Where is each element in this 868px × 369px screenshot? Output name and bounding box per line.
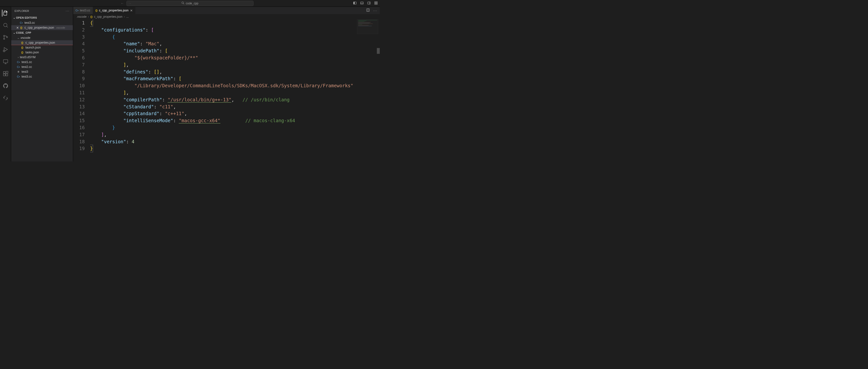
editor-area: C•test3.cc{}c_cpp_properties.json✕ ··· .…	[73, 7, 380, 162]
file-item[interactable]: ≡test3	[11, 69, 73, 74]
open-editor-item[interactable]: C•test3.cc	[11, 20, 73, 25]
cpp-icon: C•	[20, 21, 23, 24]
editor-tab[interactable]: C•test3.cc	[73, 7, 93, 14]
svg-point-0	[182, 2, 184, 4]
minimap[interactable]	[357, 20, 378, 34]
tab-bar: C•test3.cc{}c_cpp_properties.json✕ ···	[73, 7, 380, 14]
line-number: 12	[73, 96, 85, 103]
line-number-gutter: 12345678910111213141516171819	[73, 20, 90, 162]
file-path: .vscode	[56, 26, 65, 29]
folder-item[interactable]: ›test3.dSYM	[11, 55, 73, 60]
explorer-icon[interactable]	[2, 10, 9, 17]
live-share-icon[interactable]	[2, 94, 9, 101]
json-icon: {}	[90, 15, 93, 18]
item-name: .vscode	[20, 36, 30, 39]
file-item[interactable]: {}launch.json	[11, 45, 73, 50]
line-number: 2	[73, 26, 85, 33]
remote-explorer-icon[interactable]	[2, 58, 9, 65]
split-editor-icon[interactable]	[366, 8, 370, 12]
command-center[interactable]: code_cpp	[126, 1, 254, 6]
line-number: 1	[73, 20, 85, 26]
item-name: test3	[22, 70, 28, 74]
item-name: test1.cc	[22, 60, 32, 64]
run-debug-icon[interactable]	[2, 46, 9, 53]
open-editors-section[interactable]: ⌄ OPEN EDITORS	[11, 15, 73, 20]
scrollbar-thumb[interactable]	[377, 48, 380, 54]
code-line[interactable]: "version": 4	[90, 138, 380, 145]
layout-panel-icon[interactable]	[360, 1, 364, 6]
svg-rect-22	[3, 60, 8, 63]
file-icon: ≡	[17, 70, 20, 74]
file-item[interactable]: C•test1.cc	[11, 60, 73, 64]
code-line[interactable]: "${workspaceFolder}/**"	[90, 54, 380, 61]
code-line[interactable]: ],	[90, 89, 380, 96]
item-name: test2.cc	[22, 65, 32, 68]
code-line[interactable]: "cppStandard": "c++11",	[90, 110, 380, 117]
breadcrumbs[interactable]: .vscode › {} c_cpp_properties.json › ...	[73, 14, 380, 20]
breadcrumb-item[interactable]: .vscode	[76, 15, 87, 19]
editor-tab[interactable]: {}c_cpp_properties.json✕	[93, 7, 135, 14]
line-number: 13	[73, 103, 85, 110]
svg-point-16	[3, 35, 5, 37]
chevron-down-icon: ⌄	[17, 36, 20, 39]
cpp-icon: C•	[17, 61, 20, 63]
explorer-more-icon[interactable]: ···	[66, 9, 69, 12]
code-editor[interactable]: 12345678910111213141516171819 { "configu…	[73, 20, 380, 162]
more-actions-icon[interactable]: ···	[373, 9, 377, 12]
tab-label: test3.cc	[80, 9, 90, 12]
code-line[interactable]: ],	[90, 131, 380, 138]
svg-rect-5	[361, 2, 363, 4]
code-line[interactable]: {	[90, 33, 380, 40]
close-icon[interactable]: ✕	[130, 9, 133, 12]
breadcrumb-item[interactable]: c_cpp_properties.json	[94, 15, 122, 19]
layout-secondary-icon[interactable]	[367, 1, 371, 6]
svg-line-1	[183, 3, 184, 4]
customize-layout-icon[interactable]	[374, 1, 378, 6]
cpp-icon: C•	[17, 75, 20, 78]
file-item[interactable]: C•test3.cc	[11, 74, 73, 79]
open-editors-label: OPEN EDITORS	[16, 16, 37, 19]
code-line[interactable]: "/Library/Developer/CommandLineTools/SDK…	[90, 82, 380, 89]
file-item[interactable]: {}c_cpp_properties.json	[11, 40, 73, 45]
search-icon[interactable]	[2, 22, 9, 29]
close-icon[interactable]: ✕	[16, 26, 20, 30]
svg-rect-27	[6, 74, 8, 76]
code-line[interactable]: }	[90, 124, 380, 131]
explorer-title: EXPLORER	[14, 9, 29, 12]
code-line[interactable]: ],	[90, 61, 380, 68]
line-number: 8	[73, 68, 85, 76]
nav-forward-icon[interactable]: →	[128, 1, 131, 5]
code-content[interactable]: { "configurations": [ { "name": "Mac", "…	[90, 20, 380, 162]
folder-item[interactable]: ⌄.vscode	[11, 35, 73, 40]
line-number: 18	[73, 138, 85, 145]
file-item[interactable]: {}tasks.json	[11, 50, 73, 55]
code-line[interactable]: "includePath": [	[90, 47, 380, 54]
svg-rect-28	[6, 71, 8, 73]
json-icon: {}	[20, 26, 23, 29]
open-editor-item[interactable]: ✕{}c_cpp_properties.json.vscode	[11, 25, 73, 30]
code-line[interactable]: "configurations": [	[90, 26, 380, 33]
chevron-down-icon: ⌄	[12, 31, 16, 34]
line-number: 3	[73, 33, 85, 40]
layout-primary-icon[interactable]	[353, 1, 357, 6]
code-line[interactable]: "cStandard": "c11",	[90, 103, 380, 110]
extensions-icon[interactable]	[2, 70, 9, 77]
code-line[interactable]: "intelliSenseMode": "macos-gcc-x64" // m…	[90, 117, 380, 124]
code-line[interactable]: {	[90, 20, 380, 26]
svg-line-15	[6, 26, 8, 27]
item-name: launch.json	[25, 46, 41, 49]
code-line[interactable]: "macFrameworkPath": [	[90, 75, 380, 82]
source-control-icon[interactable]	[2, 34, 9, 41]
code-line[interactable]: "defines": [],	[90, 68, 380, 76]
breadcrumb-item[interactable]: ...	[126, 15, 129, 19]
json-icon: {}	[20, 41, 24, 44]
nav-back-icon[interactable]: ←	[121, 1, 124, 5]
github-icon[interactable]	[2, 82, 9, 89]
code-line[interactable]: "compilerPath": "/usr/local/bin/g++-13",…	[90, 96, 380, 103]
line-number: 10	[73, 82, 85, 89]
file-item[interactable]: C•test2.cc	[11, 64, 73, 69]
code-line[interactable]: "name": "Mac",	[90, 40, 380, 47]
code-line[interactable]: }	[90, 145, 380, 152]
workspace-section[interactable]: ⌄ CODE_CPP	[11, 30, 73, 35]
svg-rect-26	[3, 74, 5, 76]
